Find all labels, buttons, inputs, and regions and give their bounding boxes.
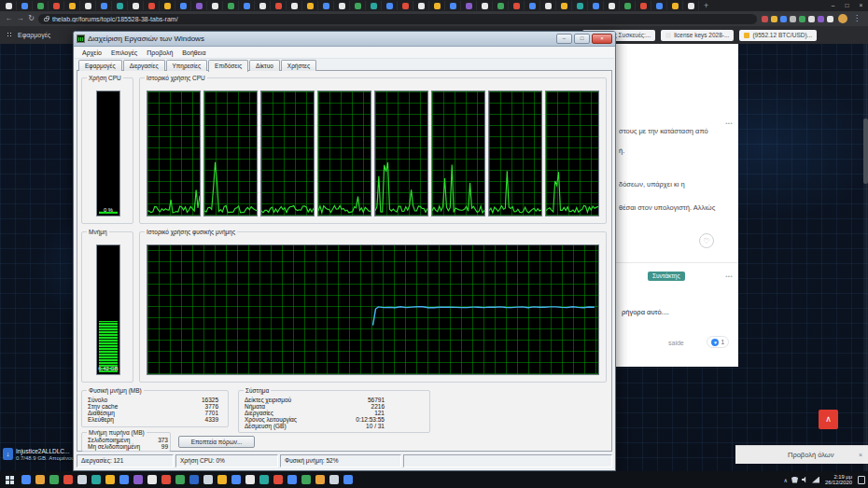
view-all-link[interactable]: Προβολή όλων	[788, 451, 833, 459]
taskbar-app-icon[interactable]	[63, 475, 73, 484]
network-icon[interactable]	[812, 477, 819, 483]
browser-menu-icon[interactable]: ⋮	[850, 11, 863, 26]
bookmark-item[interactable]: (9552.12 BTC/USD)...	[739, 30, 817, 41]
browser-tab[interactable]	[255, 1, 271, 10]
extension-icon[interactable]	[799, 16, 805, 22]
taskbar-app-icon[interactable]	[231, 475, 241, 484]
browser-tab[interactable]	[33, 1, 49, 10]
browser-tab[interactable]	[445, 1, 461, 10]
browser-tab[interactable]	[128, 1, 144, 10]
browser-tab[interactable]	[556, 1, 572, 10]
taskbar-app-icon[interactable]	[133, 475, 143, 484]
tray-expand-icon[interactable]: ∧	[784, 477, 788, 483]
browser-tab[interactable]	[604, 1, 620, 10]
new-tab-button[interactable]: +	[699, 1, 713, 10]
maximize-button[interactable]: □	[574, 34, 590, 44]
taskbar-app-icon[interactable]	[161, 475, 171, 484]
browser-tab[interactable]	[509, 1, 525, 10]
browser-tab[interactable]	[651, 1, 667, 10]
task-manager-titlebar[interactable]: Διαχείριση Εργασιών των Windows – □ ×	[74, 32, 615, 47]
close-button[interactable]: ×	[592, 34, 612, 44]
extension-icon[interactable]	[780, 16, 787, 22]
taskbar-app-icon[interactable]	[343, 475, 353, 484]
liker-name[interactable]: saide	[668, 340, 684, 346]
back-to-top-button[interactable]: ∧	[819, 410, 838, 429]
tab-services[interactable]: Υπηρεσίες	[166, 60, 208, 71]
bookmark-apps-label[interactable]: Εφαρμογές	[18, 32, 50, 38]
tab-performance[interactable]: Επιδόσεις	[208, 60, 248, 72]
browser-close-button[interactable]: ×	[854, 0, 868, 11]
taskbar-app-icon[interactable]	[91, 475, 101, 484]
taskbar-app-icon[interactable]	[217, 475, 227, 484]
reload-icon[interactable]: ↻	[27, 11, 35, 26]
taskbar-app-icon[interactable]	[287, 475, 297, 484]
browser-tab[interactable]	[636, 1, 651, 10]
taskbar-app-icon[interactable]	[35, 475, 45, 484]
browser-tab[interactable]	[80, 1, 96, 10]
menu-options[interactable]: Επιλογές	[106, 48, 142, 59]
taskbar-app-icon[interactable]	[105, 475, 115, 484]
like-count-chip[interactable]: ♥ 1	[707, 336, 729, 348]
extension-icon[interactable]	[771, 16, 777, 22]
extension-icon[interactable]	[808, 16, 815, 22]
browser-tab[interactable]	[366, 1, 382, 10]
url-bar[interactable]: thelab.gr/forums/topic/185528-38-tabs-ra…	[38, 14, 757, 24]
browser-tab[interactable]	[17, 1, 33, 10]
browser-tab[interactable]	[620, 1, 636, 10]
taskbar-app-icon[interactable]	[203, 475, 213, 484]
browser-tab[interactable]	[683, 1, 699, 10]
browser-tab[interactable]	[191, 1, 207, 10]
browser-tab[interactable]	[461, 1, 477, 10]
browser-tab[interactable]	[318, 1, 334, 10]
extension-icon[interactable]	[827, 16, 833, 22]
profile-avatar[interactable]	[838, 14, 847, 23]
browser-tab[interactable]	[1, 1, 17, 10]
bookmark-item[interactable]: license keys 2028-...	[661, 30, 734, 41]
resource-monitor-button[interactable]: Εποπτεία πόρων...	[178, 436, 255, 448]
extension-icon[interactable]	[790, 16, 796, 22]
taskbar-app-icon[interactable]	[245, 475, 255, 484]
back-icon[interactable]: ←	[5, 11, 13, 26]
browser-tab[interactable]	[287, 1, 302, 10]
tray-clock[interactable]: 2:19 μμ 26/12/2020	[823, 474, 852, 486]
start-button[interactable]	[0, 471, 19, 488]
taskbar-app-icon[interactable]	[189, 475, 199, 484]
tab-applications[interactable]: Εφαρμογές	[78, 60, 122, 71]
browser-tab[interactable]	[525, 1, 540, 10]
browser-tab[interactable]	[350, 1, 366, 10]
scrollbar-thumb[interactable]	[863, 119, 868, 184]
browser-tab[interactable]	[271, 1, 287, 10]
extension-icon[interactable]	[818, 16, 824, 22]
browser-tab[interactable]	[175, 1, 191, 10]
browser-tab[interactable]	[334, 1, 350, 10]
browser-tab[interactable]	[302, 1, 318, 10]
taskbar-app-icon[interactable]	[119, 475, 129, 484]
browser-tab[interactable]	[112, 1, 128, 10]
action-center-icon[interactable]	[858, 476, 865, 484]
browser-tab[interactable]	[49, 1, 64, 10]
post-options-icon[interactable]: •••	[725, 273, 733, 279]
like-heart-icon[interactable]: ♡	[699, 233, 714, 248]
menu-file[interactable]: Αρχείο	[77, 48, 106, 59]
browser-tab[interactable]	[64, 1, 80, 10]
extension-icon[interactable]	[762, 16, 768, 22]
browser-tab[interactable]	[160, 1, 175, 10]
browser-tab[interactable]	[223, 1, 239, 10]
taskbar-app-icon[interactable]	[49, 475, 59, 484]
browser-tab[interactable]	[144, 1, 160, 10]
browser-maximize-button[interactable]: □	[840, 0, 854, 11]
browser-tab[interactable]	[588, 1, 604, 10]
minimize-button[interactable]: –	[556, 34, 572, 44]
browser-tab[interactable]	[207, 1, 223, 10]
taskbar-app-icon[interactable]	[147, 475, 157, 484]
browser-tab[interactable]	[429, 1, 445, 10]
menu-view[interactable]: Προβολή	[142, 48, 177, 59]
desktop-download-item[interactable]: ↓ Injustice2ALLDLC... 0.7/48.9 GB. Απομέ…	[3, 448, 74, 462]
security-icon[interactable]	[791, 477, 798, 483]
taskbar-app-icon[interactable]	[329, 475, 339, 484]
browser-tab[interactable]	[667, 1, 683, 10]
taskbar-app-icon[interactable]	[77, 475, 87, 484]
browser-tab[interactable]	[493, 1, 509, 10]
volume-icon[interactable]	[802, 477, 808, 483]
taskbar-app-icon[interactable]	[315, 475, 325, 484]
